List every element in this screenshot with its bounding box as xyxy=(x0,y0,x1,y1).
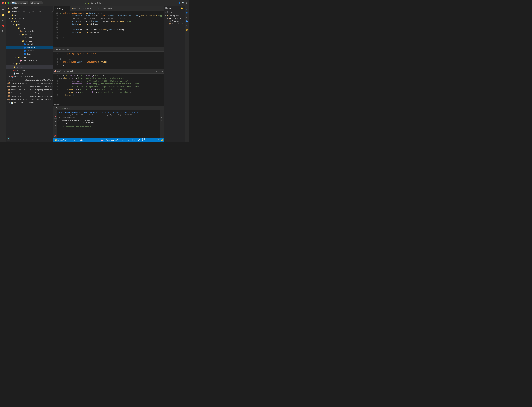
debug-icon[interactable]: 🐛 xyxy=(87,2,90,4)
tree-item-main-cls[interactable]: 🔵 Main xyxy=(6,52,53,55)
maven-notification-icon[interactable]: 🔔 xyxy=(181,7,183,9)
minimize-button[interactable] xyxy=(5,2,7,4)
bookmarks-icon[interactable]: 🔖 xyxy=(0,23,5,28)
maven-run2-icon[interactable]: ▷ xyxy=(173,11,174,13)
status-path-file[interactable]: 🌸 application.xml xyxy=(100,139,119,141)
status-encoding[interactable]: UTF-8 xyxy=(142,138,147,141)
run-right-icon-3[interactable]: 🗑 xyxy=(161,116,163,118)
tree-item-springtest-root[interactable]: ▼ 📁 SpringTest ~/Desktop/CS/JavaEE/2 Jav… xyxy=(6,10,53,13)
status-line-ending[interactable]: LF xyxy=(137,139,140,141)
tree-item-entity[interactable]: ▼ 📁 entity xyxy=(6,33,53,36)
maven-item-plugins[interactable]: ▶ 🔌 Plugins xyxy=(165,20,184,23)
tree-item-spring-aop[interactable]: ▶ 📦 Maven: org.springframework:spring-ao… xyxy=(6,82,53,85)
maven-run-icon[interactable]: ▶ xyxy=(171,11,172,13)
java-path-link[interactable]: /Users/eve/Library/Java/JavaVirtualMachi… xyxy=(58,111,140,113)
sidebar-run-icon[interactable]: ▶ xyxy=(7,137,10,141)
pane-menu-icon[interactable]: ⋮ xyxy=(155,70,158,73)
sidebar-toggle-icon[interactable]: ☰ xyxy=(0,7,5,12)
run-settings-icon[interactable]: ⚙ xyxy=(54,120,56,123)
tab-pom-xml[interactable]: m pom.xml (SpringTest) xyxy=(70,6,96,11)
tree-item-corretto[interactable]: ▶ ☕ < corretto-17 > /Users/eve/Library/J… xyxy=(6,78,53,82)
tree-item-spring-core[interactable]: ▶ 📦 Maven: org.springframework:spring-co… xyxy=(6,91,53,94)
maven-item-springtest[interactable]: ▼ m SpringTest xyxy=(165,15,184,17)
maven-item-dependencies[interactable]: ▶ 📦 Dependencies xyxy=(165,23,184,25)
far-right-maven2-icon[interactable]: m xyxy=(185,15,189,19)
maven-add-icon[interactable]: ➕ xyxy=(167,11,169,13)
run-right-icon-2[interactable]: ↓ xyxy=(161,114,162,116)
tree-item-main[interactable]: ▼ 📁 main xyxy=(6,23,53,26)
far-right-gear-icon[interactable]: ⚙ xyxy=(185,23,189,27)
code-editor-appxml[interactable]: <?xml version="1.0" encoding="UTF-8"?> <… xyxy=(62,74,164,103)
status-gear-icon[interactable]: ⚙ xyxy=(121,139,123,141)
status-path-main[interactable]: main xyxy=(79,139,84,141)
run-config-close-icon[interactable]: ✕ xyxy=(69,107,70,109)
tabs-menu-button[interactable]: ⋮ xyxy=(159,7,163,9)
tree-item-bservice[interactable]: 🔵 BService xyxy=(6,46,53,49)
run-icon[interactable]: ▶ xyxy=(85,2,86,4)
branch-pill[interactable]: ⎇ master ▼ xyxy=(30,1,42,4)
run-right-icon-1[interactable]: ↑ xyxy=(161,111,162,113)
tree-item-student[interactable]: ☕ Student xyxy=(6,36,53,39)
tree-item-org-example[interactable]: ▼ 📦 org.example xyxy=(6,30,53,33)
tree-item-spring-expr[interactable]: ▶ 📦 Maven: org.springframework:spring-ex… xyxy=(6,94,53,98)
far-right-blue-circle[interactable]: ⬤ xyxy=(185,19,189,23)
tree-item-spring-jcl[interactable]: ▶ 📦 Maven: org.springframework:spring-jc… xyxy=(6,98,53,101)
run-tab-main[interactable]: ▶ Main ✕ xyxy=(61,106,72,110)
run-tab-run[interactable]: Run xyxy=(54,106,61,110)
tree-item-java[interactable]: ▼ 📁 java xyxy=(6,26,53,30)
far-right-person2-icon[interactable]: 🧑 xyxy=(185,28,189,31)
maven-refresh-icon[interactable]: ↻ xyxy=(165,11,166,13)
run-debug-icon[interactable]: ▶ xyxy=(0,28,5,33)
fold-icon[interactable]: [−] xyxy=(59,77,62,80)
project-pill[interactable]: ST SpringTest ▼ xyxy=(10,1,28,4)
settings-icon[interactable]: ⚙ xyxy=(186,2,187,4)
tab-student-java[interactable]: ☕ Student.java xyxy=(96,6,114,11)
pane-menu-icon[interactable]: ⋮ xyxy=(158,48,161,51)
run-gutter-icon[interactable]: ▶ xyxy=(59,12,62,15)
more-tools-icon[interactable]: ⋯ xyxy=(0,134,5,139)
tree-item-service-folder[interactable]: ▼ 📁 service xyxy=(6,39,53,43)
tree-item-spring-beans[interactable]: ▶ 📦 Maven: org.springframework:spring-be… xyxy=(6,85,53,88)
tree-item-target[interactable]: ▶ 📁 target xyxy=(6,65,53,69)
tree-item-src[interactable]: ▼ 📁 src xyxy=(6,20,53,23)
code-editor-bservice[interactable]: package org.example.service; 1 usage new… xyxy=(62,52,164,69)
tree-item-test[interactable]: ▶ 📁 test xyxy=(6,62,53,65)
status-path-resources[interactable]: resources xyxy=(87,139,97,141)
tree-item-pom[interactable]: 📄 pom.xml xyxy=(6,72,53,75)
tree-item-springtest-sub[interactable]: ▼ 📁 SpringTest xyxy=(6,17,53,20)
tree-item-appxml[interactable]: 🌸 application.xml xyxy=(6,59,53,62)
tree-item-gitignore[interactable]: 🚫 .gitignore xyxy=(6,69,53,72)
close-button[interactable] xyxy=(2,2,4,4)
tree-item-aservice[interactable]: 🔵 AService xyxy=(6,43,53,46)
tree-item-ext-libs[interactable]: ▼ 📚 External Libraries xyxy=(6,75,53,78)
status-path-src[interactable]: src xyxy=(71,139,75,141)
run-rerun-icon[interactable]: ▶ xyxy=(54,111,56,114)
vcs-icon[interactable]: ⊕ xyxy=(0,18,5,23)
search-icon[interactable]: 🔍 xyxy=(182,2,185,4)
maven-item-lifecycle[interactable]: ▶ 📋 Lifecycle xyxy=(165,17,184,20)
tab-close-icon[interactable]: ✕ xyxy=(68,8,68,9)
status-indent[interactable]: 4 spaces xyxy=(148,138,155,141)
expand-icon[interactable]: ▲▼ xyxy=(161,71,163,72)
status-warn-icon[interactable]: ⚠ xyxy=(128,139,130,141)
tree-item-resources[interactable]: ▼ 📁 resources xyxy=(6,55,53,59)
status-project[interactable]: 📁 SpringTest xyxy=(54,139,68,141)
run-pin-icon[interactable]: 📌 xyxy=(54,134,57,137)
status-check-icon[interactable]: ✓ xyxy=(124,139,127,141)
run-stop-icon[interactable]: ■ xyxy=(54,115,56,117)
run-scroll-icon[interactable]: ↓ xyxy=(54,131,56,134)
explorer-icon[interactable]: 📁 xyxy=(0,12,5,17)
tab-main-java[interactable]: ☕ Main.java ✕ xyxy=(54,6,70,11)
maven-download-icon[interactable]: ⬇ xyxy=(169,11,170,13)
lens-icon[interactable]: 🔍 xyxy=(59,58,62,61)
status-share-icon[interactable]: 🔗 xyxy=(156,139,159,141)
run-fold-icon[interactable]: ⊟ xyxy=(54,127,56,130)
status-line-col[interactable]: 8:10 xyxy=(131,139,136,141)
pane-close-icon[interactable]: ✕ xyxy=(70,49,71,50)
status-notification-icon[interactable]: 🔔 xyxy=(161,139,164,141)
tree-item-scratches[interactable]: ▶ 📝 Scratches and Consoles xyxy=(6,101,53,104)
maven-more-icon[interactable]: › xyxy=(174,11,175,13)
profile-icon[interactable]: 👤 xyxy=(178,2,181,4)
pane-close-icon[interactable]: ✕ xyxy=(74,71,74,72)
code-editor-main-java[interactable]: public static void main(String[] args) {… xyxy=(62,11,164,47)
